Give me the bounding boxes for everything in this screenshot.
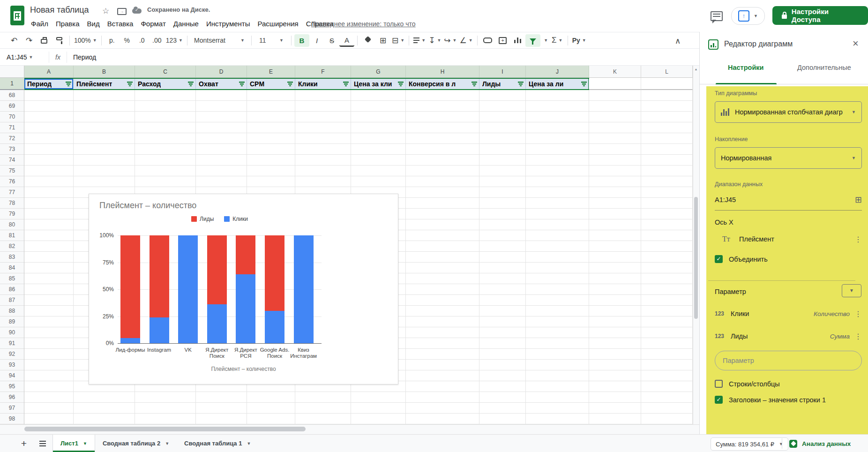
filter-icon[interactable]: [581, 82, 587, 86]
star-icon[interactable]: ☆: [102, 6, 109, 16]
filter-header-cell-H1[interactable]: Конверсия в л: [406, 79, 479, 89]
row-header-92[interactable]: 92: [0, 349, 24, 360]
stacking-select[interactable]: Нормированная ▼: [715, 147, 862, 169]
row-header-80[interactable]: 80: [0, 219, 24, 230]
text-rotate-button[interactable]: ∠▼: [458, 34, 474, 47]
filter-icon[interactable]: [343, 82, 349, 86]
row-header-68[interactable]: 68: [0, 90, 24, 101]
row-header-87[interactable]: 87: [0, 295, 24, 306]
move-to-folder-icon[interactable]: →: [117, 8, 127, 15]
cloud-saved-icon[interactable]: [132, 8, 142, 14]
bar-stack-1[interactable]: [120, 235, 140, 343]
print-button[interactable]: [37, 34, 52, 47]
bar-stack-4[interactable]: [207, 235, 227, 343]
filter-header-cell-C1[interactable]: Расход: [135, 79, 196, 89]
filter-icon[interactable]: [471, 82, 477, 86]
row-header-95[interactable]: 95: [0, 381, 24, 392]
close-icon[interactable]: ×: [853, 38, 859, 50]
menu-Расширения[interactable]: Расширения: [254, 18, 302, 30]
filter-header-cell-G1[interactable]: Цена за кли: [351, 79, 406, 89]
chart-type-select[interactable]: Нормированная столбчатая диагр ▼: [715, 101, 862, 123]
filter-icon[interactable]: [66, 82, 71, 86]
column-header-C[interactable]: C: [135, 66, 196, 78]
input-language-button[interactable]: Ру▼: [571, 34, 588, 47]
use-row1-headers-checkbox[interactable]: ✓: [715, 396, 723, 404]
filter-icon[interactable]: [188, 82, 194, 86]
filter-icon[interactable]: [398, 82, 404, 86]
format-button-%[interactable]: %: [120, 34, 135, 47]
comments-icon[interactable]: [711, 11, 723, 21]
menu-Файл[interactable]: Файл: [27, 18, 52, 30]
column-header-I[interactable]: I: [479, 66, 526, 78]
filter-header-cell-J1[interactable]: Цена за ли: [526, 79, 589, 89]
filter-icon[interactable]: [287, 82, 293, 86]
menu-Вставка[interactable]: Вставка: [104, 18, 137, 30]
column-header-E[interactable]: E: [247, 66, 295, 78]
menu-Инструменты[interactable]: Инструменты: [202, 18, 254, 30]
row-header-88[interactable]: 88: [0, 306, 24, 316]
sheet-tab-Сводная таблица 2[interactable]: Сводная таблица 2▼: [95, 435, 177, 452]
filter-header-cell-A1[interactable]: Период: [24, 79, 74, 89]
more-options-icon[interactable]: ⋮: [854, 332, 862, 341]
bar-stack-5[interactable]: [236, 235, 255, 343]
sheet-menu-caret[interactable]: ▼: [247, 441, 251, 446]
column-header-H[interactable]: H: [406, 66, 479, 78]
insert-chart-button[interactable]: [510, 34, 525, 47]
last-edit-link[interactable]: Последнее изменение: только что: [311, 20, 416, 28]
row-header-83[interactable]: 83: [0, 252, 24, 263]
menu-Правка[interactable]: Правка: [52, 18, 83, 30]
column-header-L[interactable]: L: [641, 66, 693, 78]
row-header-79[interactable]: 79: [0, 209, 24, 219]
filter-header-cell-I1[interactable]: Лиды: [479, 79, 526, 89]
borders-button[interactable]: ⊞: [375, 34, 390, 47]
redo-button[interactable]: ↷: [22, 34, 37, 47]
sheets-logo-icon[interactable]: [10, 6, 24, 25]
column-header-K[interactable]: K: [589, 66, 641, 78]
horizontal-scrollbar-thumb[interactable]: [24, 427, 306, 431]
menu-Данные[interactable]: Данные: [170, 18, 202, 30]
font-select[interactable]: Montserrat▼: [190, 34, 248, 47]
filter-header-cell-D1[interactable]: Охват: [196, 79, 247, 89]
filter-header-cell-B1[interactable]: Плейсмент: [74, 79, 135, 89]
horizontal-align-button[interactable]: ▼: [412, 34, 427, 47]
row-header-69[interactable]: 69: [0, 101, 24, 112]
row-header-74[interactable]: 74: [0, 155, 24, 166]
row-header-77[interactable]: 77: [0, 187, 24, 198]
explore-button[interactable]: Анализ данных: [789, 435, 851, 452]
text-wrap-button[interactable]: ↪▼: [442, 34, 458, 47]
all-sheets-button[interactable]: [35, 435, 51, 452]
panel-tab-Дополнительные[interactable]: Дополнительные: [797, 64, 851, 71]
add-series-input[interactable]: Параметр: [715, 351, 862, 370]
row-header-85[interactable]: 85: [0, 273, 24, 284]
header-cell-K1[interactable]: [589, 78, 641, 90]
column-header-J[interactable]: J: [526, 66, 589, 78]
sheet-menu-caret[interactable]: ▼: [165, 441, 169, 446]
format-button-.0[interactable]: .0: [135, 34, 150, 47]
row-header-91[interactable]: 91: [0, 338, 24, 349]
row-header-76[interactable]: 76: [0, 176, 24, 187]
data-range-value[interactable]: A1:J45: [715, 196, 855, 203]
grid-corner[interactable]: [0, 66, 24, 78]
switch-rows-columns-checkbox[interactable]: [715, 380, 723, 388]
functions-button[interactable]: Σ▼: [550, 34, 565, 47]
row-header-89[interactable]: 89: [0, 316, 24, 327]
sheet-menu-caret[interactable]: ▼: [83, 441, 87, 446]
paint-format-button[interactable]: [52, 34, 67, 47]
row-header-71[interactable]: 71: [0, 122, 24, 133]
filter-views-caret[interactable]: ▼: [540, 34, 550, 47]
header-cell-L1[interactable]: [641, 78, 693, 90]
scroll-up-icon[interactable]: ▲: [693, 66, 699, 73]
merge-cells-button[interactable]: ⊟▼: [390, 34, 406, 47]
column-header-A[interactable]: A: [24, 66, 74, 78]
insert-comment-button[interactable]: +: [495, 34, 510, 47]
row-header-96[interactable]: 96: [0, 392, 24, 403]
column-header-G[interactable]: G: [351, 66, 406, 78]
font-size-select[interactable]: 11▼: [254, 34, 288, 47]
sheet-tab-Лист1[interactable]: Лист1▼: [52, 435, 95, 452]
filter-header-cell-F1[interactable]: Клики: [295, 79, 351, 89]
bar-stack-7[interactable]: [294, 235, 314, 343]
format-button-.00[interactable]: .00: [150, 34, 165, 47]
add-sheet-button[interactable]: +: [16, 435, 32, 452]
share-access-button[interactable]: Настройки Доступа: [772, 6, 868, 25]
row-header-82[interactable]: 82: [0, 241, 24, 252]
